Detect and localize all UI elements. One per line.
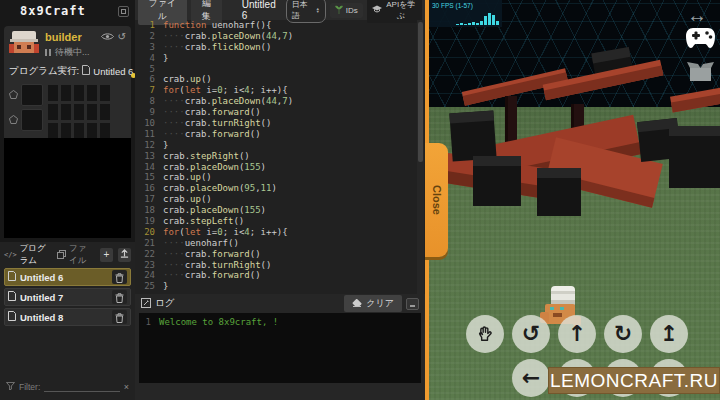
control-rotate-left-button[interactable]: ↺	[512, 315, 550, 353]
tab-programs[interactable]: </> プログラム	[4, 243, 52, 267]
code-line: 24····crab.forward()	[135, 270, 425, 281]
run-label: プログラム実行:	[9, 65, 79, 78]
code-line: 14crab.placeDown(155)	[135, 162, 425, 173]
code-lines: 1function uenoharf(){2····crab.placeDown…	[135, 20, 425, 292]
ids-button[interactable]: IDs	[330, 3, 363, 18]
program-list-item[interactable]: Untitled 6	[4, 268, 131, 286]
gamepad-icon[interactable]	[685, 26, 716, 54]
control-rotate-right-button[interactable]: ↻	[604, 315, 642, 353]
delete-program-button[interactable]	[112, 310, 127, 324]
code-line: 11····crab.forward()	[135, 129, 425, 140]
inventory-slot[interactable]	[73, 103, 85, 121]
filter-icon	[6, 382, 15, 392]
document-icon	[8, 271, 16, 283]
inventory-slot[interactable]	[86, 84, 98, 102]
program-name: Untitled 6	[20, 272, 108, 283]
copy-icon	[57, 250, 66, 261]
inventory-slot[interactable]	[99, 84, 111, 102]
respawn-icon[interactable]: ↺	[118, 32, 126, 42]
document-icon	[8, 291, 16, 303]
editor-scrollbar[interactable]	[417, 20, 424, 294]
document-icon	[8, 311, 16, 323]
code-line: 4}	[135, 53, 425, 64]
program-list-item[interactable]: Untitled 8	[4, 308, 131, 326]
logo-bar: 8x9Craft	[0, 0, 135, 22]
resize-horizontal-icon[interactable]: ↔	[687, 4, 707, 27]
code-line: 20for(let i=0; i<4; i++){	[135, 227, 425, 238]
add-program-button[interactable]: +	[100, 248, 113, 262]
inventory-grid	[47, 84, 111, 140]
log-title: ログ	[155, 297, 174, 310]
clear-log-button[interactable]: クリア	[344, 295, 402, 312]
run-target: Untitled 6	[93, 66, 133, 77]
voxel-block	[537, 168, 581, 216]
code-line: 15crab.up()	[135, 172, 425, 183]
inventory-slot[interactable]	[60, 103, 72, 121]
code-line: 23····crab.turnRight()	[135, 260, 425, 271]
watermark-banner: LEMONCRAFT.RU	[548, 367, 720, 394]
filter-input[interactable]	[44, 382, 119, 392]
equip-slot[interactable]	[21, 109, 43, 131]
visibility-icon[interactable]	[101, 32, 114, 43]
code-editor[interactable]: 1function uenoharf(){2····crab.placeDown…	[135, 20, 425, 294]
code-line: 9····crab.forward()	[135, 107, 425, 118]
delete-program-button[interactable]	[112, 270, 127, 284]
inventory-box-icon[interactable]	[687, 58, 714, 86]
program-name: Untitled 7	[20, 292, 108, 303]
upload-program-button[interactable]	[118, 248, 131, 262]
control-up-button[interactable]: ↥	[650, 315, 688, 353]
log-panel: ログ クリア 1Welcome to 8x9craft, !	[135, 294, 425, 400]
eraser-icon	[352, 299, 362, 309]
sidebar: 8x9Craft builder ↺	[0, 0, 135, 400]
robot-status: 待機中...	[55, 46, 90, 59]
fps-graph	[456, 10, 499, 25]
sprout-icon	[335, 5, 343, 16]
control-grab-hand-button[interactable]	[466, 315, 504, 353]
robot-avatar	[9, 31, 39, 58]
code-line: 19crab.stepLeft()	[135, 216, 425, 227]
graduation-cap-icon	[372, 5, 382, 15]
tab-files[interactable]: ファイル	[57, 243, 95, 267]
control-forward-button[interactable]: ↑	[558, 315, 596, 353]
equip-slot[interactable]	[21, 84, 43, 106]
robot-panel: builder ↺ 待機中... プログラム実行:	[4, 26, 131, 138]
voxel-block	[473, 156, 521, 206]
inventory-slot[interactable]	[60, 84, 72, 102]
program-list-item[interactable]: Untitled 7	[4, 288, 131, 306]
voxel-block	[449, 111, 496, 162]
collapse-log-button[interactable]	[406, 298, 419, 310]
code-line: 16crab.placeDown(95,11)	[135, 183, 425, 194]
code-line: 2····crab.placeDown(44,7)	[135, 31, 425, 42]
code-line: 5	[135, 64, 425, 75]
log-body: 1Welcome to 8x9craft, !	[139, 313, 421, 383]
inventory-slot[interactable]	[86, 103, 98, 121]
code-line: 17crab.up()	[135, 194, 425, 205]
helmet-slot-icon	[9, 90, 18, 101]
select-arrows-icon: ▲▼	[316, 7, 320, 13]
program-list: Untitled 6Untitled 7Untitled 8	[4, 268, 131, 326]
editor-menubar: ファイル 編集 Untitled 6 日本語 ▲▼ IDs APIを学ぶ	[135, 0, 425, 20]
code-line: 7for(let i=0; i<4; i++){	[135, 85, 425, 96]
inventory-slot[interactable]	[47, 103, 59, 121]
inventory-slot[interactable]	[47, 84, 59, 102]
code-icon: </>	[4, 251, 17, 259]
close-panel-button[interactable]: Close	[425, 143, 448, 257]
inventory-slot[interactable]	[73, 84, 85, 102]
code-line: 10····crab.turnRight()	[135, 118, 425, 129]
robot-viewport[interactable]	[4, 138, 131, 238]
delete-program-button[interactable]	[112, 290, 127, 304]
editor: ファイル 編集 Untitled 6 日本語 ▲▼ IDs APIを学ぶ 1fu…	[135, 0, 425, 400]
code-line: 13crab.stepRight()	[135, 151, 425, 162]
inventory	[9, 84, 126, 140]
inventory-slot[interactable]	[99, 103, 111, 121]
code-line: 8····crab.placeDown(44,7)	[135, 96, 425, 107]
document-icon	[82, 65, 90, 77]
control-step-left-button[interactable]: ←	[512, 359, 550, 397]
code-line: 3····crab.flickDown()	[135, 42, 425, 53]
code-line: 18crab.placeDown(155)	[135, 205, 425, 216]
game-viewport[interactable]: 30 FPS (1-57) ↔ ↺↑↻↥ ←↓→↧ LEMONCRAFT.RU	[429, 0, 720, 400]
code-line: 12}	[135, 140, 425, 151]
clear-filter-icon[interactable]: ×	[124, 382, 129, 392]
code-line: 21····uenoharf()	[135, 238, 425, 249]
panel-toggle-icon[interactable]	[118, 6, 129, 17]
